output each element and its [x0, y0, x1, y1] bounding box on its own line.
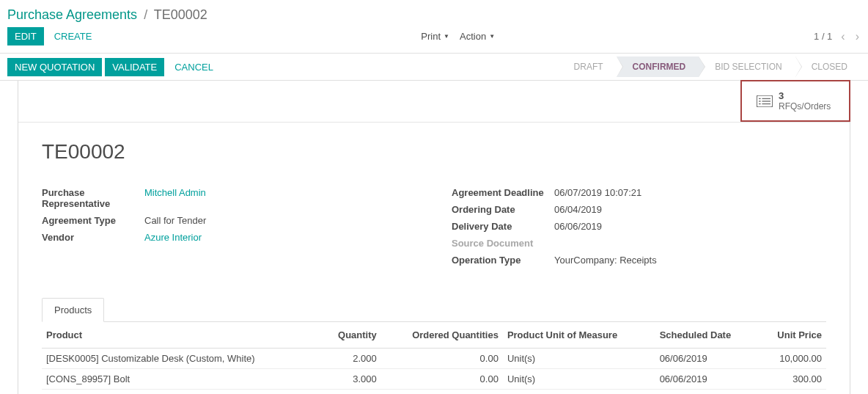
pager-text: 1 / 1	[814, 31, 832, 42]
field-label-ordering-date: Ordering Date	[452, 204, 554, 215]
validate-button[interactable]: VALIDATE	[105, 58, 164, 76]
cell-product: [CONS_89957] Bolt	[42, 369, 320, 390]
field-label-delivery-date: Delivery Date	[452, 221, 554, 232]
th-scheduled: Scheduled Date	[655, 322, 758, 349]
operation-type-value: YourCompany: Receipts	[554, 255, 657, 266]
cell-ordered: 0.00	[381, 349, 503, 369]
cell-uom: Unit(s)	[503, 349, 655, 369]
list-icon	[757, 95, 773, 107]
products-table: Product Quantity Ordered Quantities Prod…	[42, 322, 826, 390]
field-label-agreement-type: Agreement Type	[42, 215, 144, 226]
cell-ordered: 0.00	[381, 369, 503, 390]
new-quotation-button[interactable]: NEW QUOTATION	[7, 58, 102, 76]
pager-prev[interactable]: ‹	[839, 30, 846, 43]
status-bar: DRAFTCONFIRMEDBID SELECTIONCLOSED	[558, 56, 861, 77]
breadcrumb-root[interactable]: Purchase Agreements	[7, 7, 137, 22]
cell-product: [DESK0005] Customizable Desk (Custom, Wh…	[42, 349, 320, 369]
table-row[interactable]: [CONS_89957] Bolt3.0000.00Unit(s)06/06/2…	[42, 369, 826, 390]
print-dropdown[interactable]: Print ▼	[421, 31, 449, 42]
field-label-deadline: Agreement Deadline	[452, 187, 554, 198]
cell-uom: Unit(s)	[503, 369, 655, 390]
edit-button[interactable]: EDIT	[7, 27, 44, 45]
cell-unit-price: 10,000.00	[758, 349, 826, 369]
status-step-bid-selection[interactable]: BID SELECTION	[699, 56, 795, 77]
ordering-date-value: 06/04/2019	[554, 204, 602, 215]
field-label-operation-type: Operation Type	[452, 255, 554, 266]
chevron-down-icon: ▼	[489, 33, 495, 40]
th-ordered: Ordered Quantities	[381, 322, 503, 349]
th-unit-price: Unit Price	[758, 322, 826, 349]
table-row[interactable]: [DESK0005] Customizable Desk (Custom, Wh…	[42, 349, 826, 369]
status-step-closed[interactable]: CLOSED	[795, 56, 861, 77]
cell-quantity: 2.000	[320, 349, 381, 369]
vendor-link[interactable]: Azure Interior	[144, 232, 202, 243]
breadcrumb: Purchase Agreements / TE00002	[0, 0, 868, 23]
cell-scheduled: 06/06/2019	[655, 349, 758, 369]
delivery-date-value: 06/06/2019	[554, 221, 602, 232]
pager-next[interactable]: ›	[854, 30, 861, 43]
status-step-draft[interactable]: DRAFT	[558, 56, 617, 77]
tab-products[interactable]: Products	[42, 298, 104, 322]
deadline-value: 06/07/2019 10:07:21	[554, 187, 641, 198]
agreement-type-value: Call for Tender	[144, 215, 206, 226]
status-step-confirmed[interactable]: CONFIRMED	[617, 56, 699, 77]
field-label-purchase-rep: Purchase Representative	[42, 187, 144, 209]
stat-label: RFQs/Orders	[779, 101, 831, 112]
chevron-down-icon: ▼	[444, 33, 449, 40]
th-quantity: Quantity	[320, 322, 381, 349]
purchase-rep-link[interactable]: Mitchell Admin	[144, 187, 206, 198]
cancel-button[interactable]: CANCEL	[167, 58, 221, 76]
cell-scheduled: 06/06/2019	[655, 369, 758, 390]
cell-quantity: 3.000	[320, 369, 381, 390]
create-button[interactable]: CREATE	[47, 27, 100, 45]
cell-unit-price: 300.00	[758, 369, 826, 390]
breadcrumb-separator: /	[144, 7, 147, 22]
field-label-source-doc: Source Document	[452, 238, 554, 249]
record-title: TE00002	[42, 140, 826, 164]
action-label: Action	[460, 31, 486, 42]
action-dropdown[interactable]: Action ▼	[460, 31, 495, 42]
th-uom: Product Unit of Measure	[503, 322, 655, 349]
print-label: Print	[421, 31, 441, 42]
stat-count: 3	[779, 90, 831, 101]
th-product: Product	[42, 322, 320, 349]
field-label-vendor: Vendor	[42, 232, 144, 243]
rfq-orders-stat-button[interactable]: 3 RFQs/Orders	[740, 80, 850, 122]
breadcrumb-current: TE00002	[154, 7, 207, 22]
